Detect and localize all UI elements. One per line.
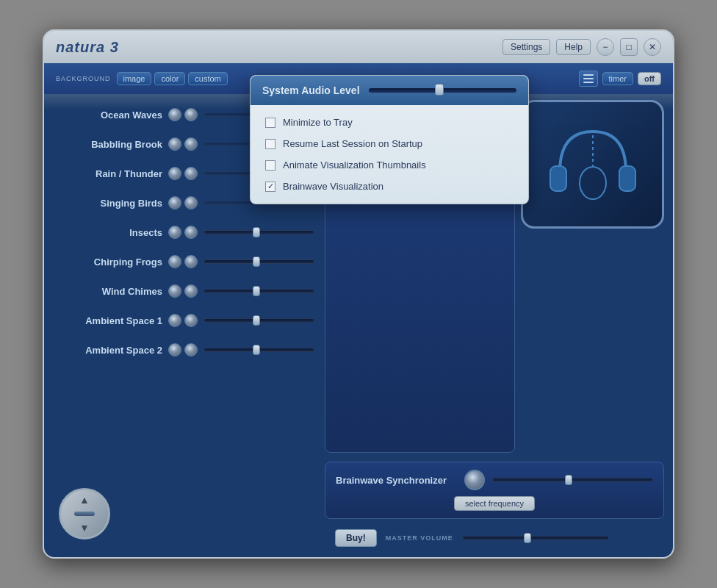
minimize-button[interactable]: − <box>597 38 614 56</box>
popup-checkbox[interactable] <box>265 139 275 149</box>
popup-option[interactable]: Resume Last Session on Startup <box>265 138 514 149</box>
brainwave-knob[interactable] <box>464 470 485 490</box>
popup-checkbox[interactable]: ✓ <box>265 182 275 192</box>
master-volume-slider[interactable] <box>462 536 609 540</box>
list-view-icon[interactable] <box>579 71 598 87</box>
sound-knob[interactable] <box>168 108 181 121</box>
settings-popup: System Audio Level Minimize to TrayResum… <box>250 75 529 204</box>
headphone-visualization <box>541 113 644 216</box>
master-volume-thumb[interactable] <box>524 533 531 543</box>
select-frequency-button[interactable]: select frequency <box>454 496 535 511</box>
sound-volume-slider[interactable] <box>203 318 314 323</box>
popup-option[interactable]: ✓Brainwave Visualization <box>265 181 514 192</box>
sound-name: Chirping Frogs <box>56 257 162 268</box>
master-volume-label: MASTER VOLUME <box>386 534 453 542</box>
list-line-3 <box>583 82 594 83</box>
image-button[interactable]: image <box>117 72 152 85</box>
list-line-2 <box>583 78 594 79</box>
sound-volume-thumb[interactable] <box>253 315 260 326</box>
checkmark-icon: ✓ <box>267 182 274 191</box>
app-window: natura 3 Settings Help − □ ✕ BACKGROUND … <box>43 29 674 559</box>
popup-option[interactable]: Minimize to Tray <box>265 117 514 128</box>
brainwave-section: Brainwave Synchronizer select frequency <box>325 462 664 519</box>
sound-knob[interactable] <box>168 314 181 327</box>
sound-knob[interactable] <box>168 137 181 151</box>
visualization-thumbnail[interactable] <box>521 100 664 229</box>
nav-down-icon[interactable]: ▼ <box>79 523 90 533</box>
settings-button[interactable]: Settings <box>502 39 550 55</box>
knob-group <box>168 137 198 151</box>
popup-audio-slider[interactable] <box>369 88 516 93</box>
sound-knob[interactable] <box>168 284 181 298</box>
app-title: natura 3 <box>56 39 119 56</box>
sound-knob[interactable] <box>168 226 181 239</box>
popup-audio-thumb[interactable] <box>435 84 444 96</box>
off-button[interactable]: off <box>638 72 661 85</box>
sound-row: Ambient Space 2 <box>53 335 317 365</box>
sound-volume-slider[interactable] <box>203 289 314 293</box>
sound-volume-slider[interactable] <box>203 259 314 264</box>
close-button[interactable]: ✕ <box>644 38 661 56</box>
popup-checkbox[interactable] <box>265 118 275 128</box>
sound-volume-slider[interactable] <box>203 348 314 352</box>
sound-knob[interactable] <box>184 284 198 298</box>
sound-knob[interactable] <box>168 196 181 209</box>
sound-knob[interactable] <box>184 255 198 268</box>
sound-volume-thumb[interactable] <box>253 286 260 296</box>
toolbar-left: BACKGROUND image color custom <box>56 72 228 85</box>
sound-knob[interactable] <box>168 255 181 268</box>
custom-button[interactable]: custom <box>188 72 227 85</box>
sound-name: Insects <box>56 227 162 238</box>
popup-title: System Audio Level <box>262 85 360 96</box>
timer-button[interactable]: timer <box>602 72 633 85</box>
sound-name: Singing Birds <box>56 198 162 209</box>
sound-knob[interactable] <box>168 343 181 356</box>
sound-name: Babbling Brook <box>56 139 162 150</box>
sound-name: Wind Chimes <box>56 286 162 297</box>
popup-option-label: Brainwave Visualization <box>283 181 383 192</box>
navigation-wheel[interactable]: ▲ ▼ <box>59 488 110 539</box>
svg-point-2 <box>580 167 606 199</box>
help-button[interactable]: Help <box>556 39 591 55</box>
color-button[interactable]: color <box>154 72 185 85</box>
sound-knob[interactable] <box>184 137 198 151</box>
sound-name: Ocean Waves <box>56 110 162 121</box>
brainwave-label: Brainwave Synchronizer <box>336 475 457 486</box>
sound-knob[interactable] <box>184 196 198 209</box>
title-bar: natura 3 Settings Help − □ ✕ <box>44 31 673 63</box>
svg-rect-0 <box>550 166 566 191</box>
knob-group <box>168 108 198 121</box>
popup-body: Minimize to TrayResume Last Session on S… <box>251 105 528 204</box>
background-label: BACKGROUND <box>56 75 111 82</box>
sound-volume-thumb[interactable] <box>253 257 260 267</box>
bottom-bar: Buy! MASTER VOLUME <box>325 525 664 551</box>
popup-checkbox[interactable] <box>265 160 275 171</box>
sound-name: Ambient Space 2 <box>56 345 162 356</box>
sound-knob[interactable] <box>184 167 198 180</box>
sound-name: Ambient Space 1 <box>56 315 162 326</box>
knob-group <box>168 196 198 209</box>
sound-knob[interactable] <box>168 167 181 180</box>
maximize-button[interactable]: □ <box>620 38 638 56</box>
knob-group <box>168 255 198 268</box>
sound-knob[interactable] <box>184 314 198 327</box>
brainwave-slider-thumb[interactable] <box>565 475 572 485</box>
sound-knob[interactable] <box>184 343 198 356</box>
knob-group <box>168 167 198 180</box>
brainwave-slider[interactable] <box>492 478 653 482</box>
sound-volume-thumb[interactable] <box>253 345 260 355</box>
buy-button[interactable]: Buy! <box>335 529 377 547</box>
popup-option[interactable]: Animate Visualization Thumbnails <box>265 159 514 171</box>
popup-option-label: Minimize to Tray <box>283 117 353 128</box>
toolbar-right: timer off <box>579 71 662 87</box>
sound-knob[interactable] <box>184 108 198 121</box>
nav-up-icon[interactable]: ▲ <box>79 495 90 505</box>
sound-row: Ambient Space 1 <box>53 306 317 335</box>
sound-knob[interactable] <box>184 226 198 239</box>
list-line-1 <box>583 74 594 76</box>
sound-volume-slider[interactable] <box>203 230 314 234</box>
knob-group <box>168 226 198 239</box>
sound-row: Wind Chimes <box>53 276 317 306</box>
svg-rect-1 <box>619 166 635 191</box>
sound-volume-thumb[interactable] <box>253 227 260 237</box>
